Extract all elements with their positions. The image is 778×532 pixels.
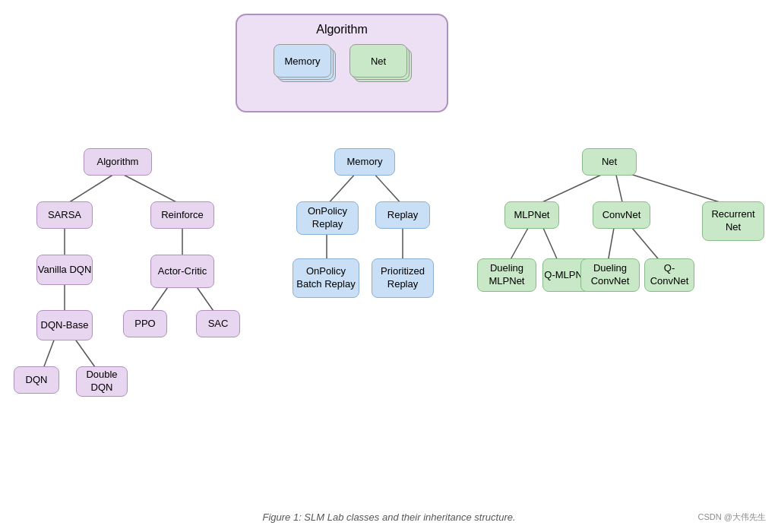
svg-line-18 [608,228,614,262]
svg-line-1 [118,172,182,205]
node-dueling-convnet: Dueling ConvNet [580,258,640,292]
figure-caption: Figure 1: SLM Lab classes and their inhe… [0,511,778,523]
svg-line-19 [632,228,661,262]
memory-card-front: Memory [274,44,331,78]
node-sarsa: SARSA [36,201,93,229]
top-algorithm-box: Algorithm Memory Net [236,14,448,112]
net-card-label: Net [371,55,386,67]
svg-line-16 [509,228,528,262]
node-actor-critic: Actor-Critic [150,255,214,288]
top-net-stack: Net [349,44,410,82]
node-onpolicy-replay: OnPolicy Replay [296,201,359,235]
node-replay: Replay [375,201,430,229]
node-ppo: PPO [123,310,167,337]
svg-line-17 [543,228,558,262]
node-dueling-convnet-label: Dueling ConvNet [581,262,639,288]
memory-card-label: Memory [285,55,321,67]
node-replay-label: Replay [387,209,418,222]
node-memory: Memory [334,148,395,176]
node-ppo-label: PPO [134,318,155,331]
node-onpolicy-batch: OnPolicy Batch Replay [293,258,359,298]
node-sac: SAC [196,310,240,337]
node-reinforce-label: Reinforce [161,209,204,222]
node-mlpnet: MLPNet [504,201,559,229]
node-convnet-label: ConvNet [602,209,641,222]
node-net-label: Net [602,156,617,169]
node-net: Net [582,148,637,176]
node-double-dqn-label: Double DQN [77,369,127,394]
node-convnet: ConvNet [593,201,650,229]
node-recurrent-net-label: Recurrent Net [703,208,764,234]
net-card-front: Net [349,44,407,78]
watermark: CSDN @大伟先生 [698,511,766,523]
node-q-convnet: Q-ConvNet [644,258,694,292]
svg-line-14 [615,172,623,205]
svg-line-0 [65,172,118,205]
node-sac-label: SAC [208,318,229,331]
node-dueling-mlpnet: Dueling MLPNet [477,258,536,292]
svg-line-10 [372,172,403,205]
node-onpolicy-batch-label: OnPolicy Batch Replay [293,265,359,291]
node-onpolicy-replay-label: OnPolicy Replay [297,205,358,231]
node-vanilla-dqn-label: Vanilla DQN [38,264,92,277]
node-dqn-base-label: DQN-Base [41,319,89,332]
svg-line-15 [623,172,729,205]
node-recurrent-net: Recurrent Net [702,201,764,241]
node-memory-label: Memory [347,156,383,169]
top-algorithm-title: Algorithm [245,23,439,36]
top-memory-stack: Memory [274,44,334,82]
node-dueling-mlpnet-label: Dueling MLPNet [478,262,536,288]
svg-line-9 [327,172,357,205]
node-vanilla-dqn: Vanilla DQN [36,255,93,285]
node-dqn-base: DQN-Base [36,310,93,340]
node-reinforce: Reinforce [150,201,214,229]
node-sarsa-label: SARSA [48,209,81,222]
node-mlpnet-label: MLPNet [514,209,550,222]
node-prioritized-replay: Prioritized Replay [372,258,434,298]
node-prioritized-replay-label: Prioritized Replay [372,265,433,291]
diagram-container: Algorithm Memory Net [0,0,778,532]
node-dqn-label: DQN [26,374,48,387]
node-actor-critic-label: Actor-Critic [158,265,207,278]
node-dqn: DQN [14,366,59,394]
svg-line-13 [536,172,608,205]
node-double-dqn: Double DQN [76,366,128,397]
node-algorithm-label: Algorithm [97,156,139,169]
node-q-convnet-label: Q-ConvNet [645,262,694,288]
node-algorithm: Algorithm [84,148,152,176]
